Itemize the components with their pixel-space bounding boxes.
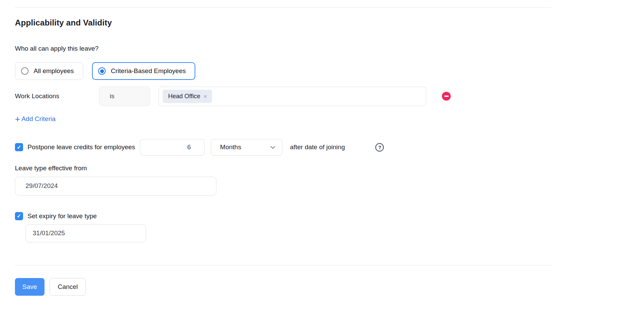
apply-option-group: All employees Criteria-Based Employees [15,62,644,80]
criteria-operator-value: is [110,92,114,100]
radio-selected-icon [98,67,106,75]
postpone-unit-value: Months [220,143,241,151]
add-criteria-link[interactable]: + Add Criteria [15,115,56,123]
radio-all-employees[interactable]: All employees [15,62,83,80]
effective-from-label: Leave type effective from [15,165,644,172]
postpone-duration-input[interactable]: 6 [140,139,205,156]
radio-criteria-based-employees-label: Criteria-Based Employees [111,67,186,75]
postpone-suffix-label: after date of joining [290,143,345,151]
expiry-date-value: 31/01/2025 [33,229,65,237]
postpone-label: Postpone leave credits for employees [28,143,135,151]
save-button[interactable]: Save [15,278,44,296]
action-buttons: Save Cancel [15,278,644,296]
chevron-down-icon [270,144,275,149]
criteria-operator-select[interactable]: is [99,86,150,106]
cancel-button[interactable]: Cancel [50,278,86,296]
postpone-checkbox[interactable]: ✓ [15,143,23,151]
criteria-value-chip: Head Office × [163,90,212,103]
check-icon: ✓ [17,144,21,151]
check-icon: ✓ [17,213,21,219]
expiry-row: ✓ Set expiry for leave type [15,212,644,221]
radio-all-employees-label: All employees [34,67,74,75]
radio-criteria-based-employees[interactable]: Criteria-Based Employees [92,62,195,80]
question-mark-glyph: ? [378,144,381,150]
apply-question-label: Who all can apply this leave? [15,45,644,52]
bottom-divider [15,265,551,265]
remove-criteria-button[interactable] [442,92,451,101]
add-criteria-label: Add Criteria [21,115,55,123]
minus-icon [444,96,449,97]
criteria-values-input[interactable]: Head Office × [159,87,426,106]
expiry-label: Set expiry for leave type [28,212,97,220]
effective-from-date-value: 29/07/2024 [25,182,58,190]
chip-label: Head Office [168,93,200,100]
expiry-checkbox[interactable]: ✓ [15,212,23,220]
help-icon[interactable]: ? [375,143,384,152]
postpone-duration-value: 6 [187,143,191,151]
leave-type-settings-page: Applicability and Validity Who all can a… [0,0,644,311]
criteria-field-label: Work Locations [15,92,99,100]
top-divider [15,7,551,7]
postpone-unit-select[interactable]: Months [211,139,282,156]
radio-unselected-icon [21,67,29,75]
effective-from-date-input[interactable]: 29/07/2024 [15,177,216,195]
section-title: Applicability and Validity [15,18,644,28]
chip-remove-icon[interactable]: × [203,93,207,100]
expiry-date-input[interactable]: 31/01/2025 [25,224,146,242]
plus-icon: + [15,116,20,122]
criteria-row: Work Locations is Head Office × [15,86,644,106]
postpone-row: ✓ Postpone leave credits for employees 6… [15,139,644,156]
